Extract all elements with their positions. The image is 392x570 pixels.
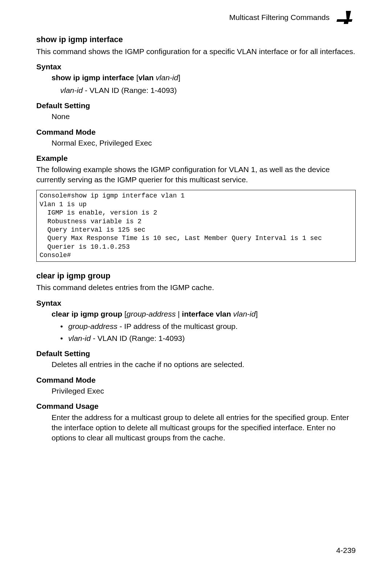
- command-title-show-ip-igmp-interface: show ip igmp interface: [36, 34, 356, 45]
- syntax-bold: show ip igmp interface: [52, 73, 134, 82]
- param-italic: group-address: [68, 322, 117, 330]
- syntax-italic: vlan-id: [233, 310, 256, 318]
- param-italic: vlan-id: [60, 86, 83, 94]
- command-mode-label: Command Mode: [36, 375, 356, 385]
- syntax-label: Syntax: [36, 298, 356, 308]
- command-title-clear-ip-igmp-group: clear ip igmp group: [36, 270, 356, 281]
- syntax-text: [: [122, 310, 127, 318]
- param-text: - IP address of the multicast group.: [117, 322, 237, 330]
- syntax-text: ]: [178, 73, 180, 82]
- command-mode-value: Privileged Exec: [52, 386, 356, 396]
- command-usage-value: Enter the address for a multicast group …: [52, 412, 356, 443]
- param-list: group-address - IP address of the multic…: [60, 321, 356, 343]
- syntax-line: show ip igmp interface [vlan vlan-id]: [52, 73, 356, 83]
- default-setting-value: Deletes all entries in the cache if no o…: [52, 359, 356, 370]
- syntax-text: [: [134, 73, 139, 82]
- syntax-italic: group-address: [127, 310, 176, 318]
- param-line: vlan-id - VLAN ID (Range: 1-4093): [60, 85, 356, 95]
- list-item: group-address - IP address of the multic…: [60, 321, 356, 331]
- page-number: 4-239: [336, 545, 356, 555]
- default-setting-label: Default Setting: [36, 101, 356, 111]
- syntax-bold: clear ip igmp group: [52, 310, 122, 318]
- default-setting-value: None: [52, 111, 356, 122]
- command-mode-label: Command Mode: [36, 127, 356, 137]
- default-setting-label: Default Setting: [36, 349, 356, 359]
- page: Multicast Filtering Commands show ip igm…: [0, 0, 392, 570]
- intro-text: This command deletes entries from the IG…: [36, 282, 356, 293]
- intro-text: This command shows the IGMP configuratio…: [36, 46, 356, 57]
- chapter-number-icon: [335, 11, 356, 24]
- syntax-bold: vlan: [216, 310, 231, 318]
- param-italic: vlan-id: [68, 334, 91, 342]
- example-label: Example: [36, 153, 356, 163]
- syntax-bold: vlan: [138, 73, 154, 82]
- syntax-line: clear ip igmp group [group-address | int…: [52, 309, 356, 319]
- syntax-text: ]: [256, 310, 258, 318]
- syntax-italic: vlan-id: [156, 73, 178, 82]
- syntax-text: |: [176, 310, 182, 318]
- param-text: - VLAN ID (Range: 1-4093): [83, 86, 177, 94]
- page-header: Multicast Filtering Commands: [36, 11, 356, 24]
- list-item: vlan-id - VLAN ID (Range: 1-4093): [60, 333, 356, 343]
- command-usage-label: Command Usage: [36, 401, 356, 411]
- svg-marker-2: [339, 13, 345, 19]
- syntax-label: Syntax: [36, 62, 356, 72]
- syntax-bold: interface: [182, 310, 214, 318]
- header-title: Multicast Filtering Commands: [229, 12, 330, 23]
- code-block: Console#show ip igmp interface vlan 1 Vl…: [36, 190, 356, 261]
- example-intro: The following example shows the IGMP con…: [36, 164, 356, 185]
- param-text: - VLAN ID (Range: 1-4093): [91, 334, 185, 342]
- command-mode-value: Normal Exec, Privileged Exec: [52, 138, 356, 148]
